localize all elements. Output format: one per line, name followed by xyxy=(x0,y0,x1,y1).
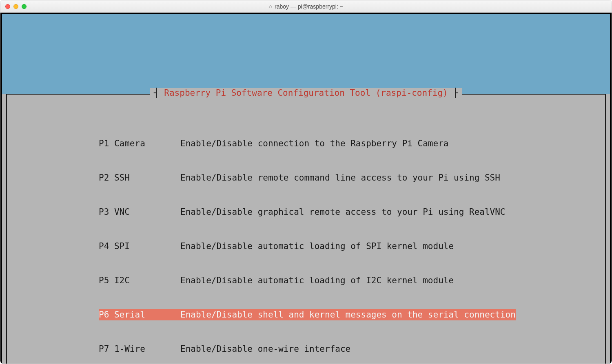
menu-item-camera[interactable]: P1 CameraEnable/Disable connection to th… xyxy=(99,138,601,149)
window-title-text: raboy — pi@raspberrypi: ~ xyxy=(275,3,343,10)
raspi-config-dialog: ┤ Raspberry Pi Software Configuration To… xyxy=(2,94,610,364)
menu-list[interactable]: P1 CameraEnable/Disable connection to th… xyxy=(11,115,601,364)
dialog-frame: ┤ Raspberry Pi Software Configuration To… xyxy=(6,94,606,364)
menu-item-vnc[interactable]: P3 VNCEnable/Disable graphical remote ac… xyxy=(99,206,601,218)
home-icon: ⌂ xyxy=(269,3,272,9)
menu-item-ssh[interactable]: P2 SSHEnable/Disable remote command line… xyxy=(99,172,601,183)
titlebar[interactable]: ⌂ raboy — pi@raspberrypi: ~ xyxy=(0,0,612,13)
menu-item-serial[interactable]: P6 SerialEnable/Disable shell and kernel… xyxy=(99,309,601,320)
close-icon[interactable] xyxy=(5,4,10,9)
terminal-window: ⌂ raboy — pi@raspberrypi: ~ ┤ Raspberry … xyxy=(0,0,612,364)
window-controls xyxy=(5,4,27,9)
terminal-content: ┤ Raspberry Pi Software Configuration To… xyxy=(2,14,610,364)
minimize-icon[interactable] xyxy=(13,4,18,9)
top-padding xyxy=(2,14,610,94)
dialog-title-text: Raspberry Pi Software Configuration Tool… xyxy=(164,88,448,98)
menu-item-i2c[interactable]: P5 I2CEnable/Disable automatic loading o… xyxy=(99,275,601,286)
window-title: ⌂ raboy — pi@raspberrypi: ~ xyxy=(269,3,343,10)
terminal-area[interactable]: ┤ Raspberry Pi Software Configuration To… xyxy=(0,13,612,364)
menu-item-spi[interactable]: P4 SPIEnable/Disable automatic loading o… xyxy=(99,240,601,252)
dialog-title: ┤ Raspberry Pi Software Configuration To… xyxy=(150,88,462,98)
maximize-icon[interactable] xyxy=(22,4,27,9)
menu-item-1wire[interactable]: P7 1-WireEnable/Disable one-wire interfa… xyxy=(99,343,601,355)
